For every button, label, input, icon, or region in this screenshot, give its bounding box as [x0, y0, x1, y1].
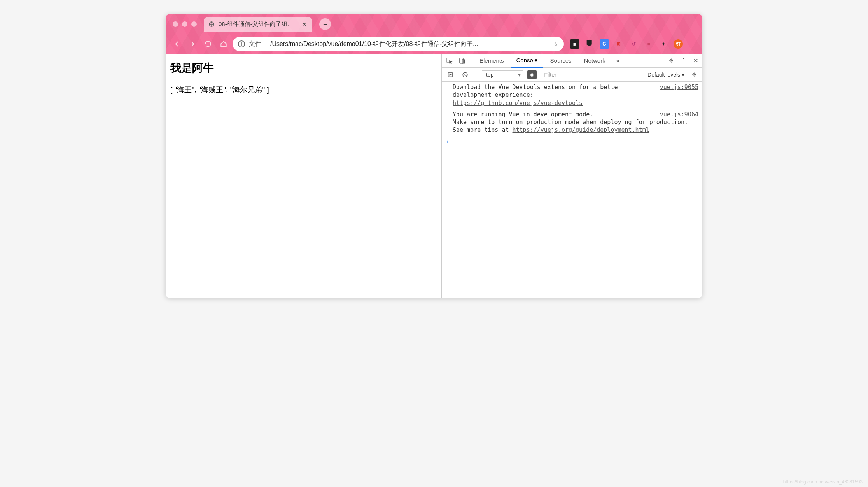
devtools-panel: Elements Console Sources Network » ⚙ ⋮ ✕… — [442, 54, 702, 298]
devtools-close-icon[interactable]: ✕ — [692, 56, 700, 66]
console-message: vue.js:9064 You are running Vue in devel… — [442, 109, 702, 136]
console-toolbar: top ◉ Default levels ▾ ⚙ — [442, 68, 702, 82]
history-extension-icon[interactable]: ↺ — [629, 39, 639, 49]
tab-strip: 08-组件通信-父组件向子组件传 ✕ ＋ — [166, 14, 702, 34]
page-heading: 我是阿牛 — [170, 61, 437, 75]
message-source[interactable]: vue.js:9064 — [660, 110, 698, 118]
close-tab-icon[interactable]: ✕ — [300, 21, 308, 28]
devtools-menu-icon[interactable]: ⋮ — [679, 56, 688, 66]
devtools-settings-icon[interactable]: ⚙ — [667, 56, 675, 66]
browser-chrome: 08-组件通信-父组件向子组件传 ✕ ＋ i 文件 /Users/mac/Des… — [166, 14, 702, 54]
console-message: vue.js:9055 Download the Vue Devtools ex… — [442, 82, 702, 109]
content-area: 我是阿牛 [ "海王", "海贼王", "海尔兄弟" ] Elements Co… — [166, 54, 702, 298]
tab-console[interactable]: Console — [511, 54, 543, 68]
extensions-area: ▦ ⛊ G ⛨ ↺ ■ ✦ 钉 ⋮ — [570, 39, 698, 49]
maximize-window-dot[interactable] — [191, 21, 197, 27]
message-text: Download the Vue Devtools extension for … — [453, 84, 621, 98]
extensions-menu-icon[interactable]: ✦ — [659, 39, 668, 49]
page-array-text: [ "海王", "海贼王", "海尔兄弟" ] — [170, 85, 437, 95]
message-link[interactable]: https://github.com/vuejs/vue-devtools — [453, 100, 583, 107]
device-toolbar-icon[interactable] — [457, 55, 467, 66]
reload-button[interactable] — [201, 37, 215, 51]
qr-extension-icon[interactable]: ▦ — [570, 39, 579, 49]
back-button[interactable] — [170, 37, 184, 51]
address-bar[interactable]: i 文件 /Users/mac/Desktop/vue/demo01/10-组件… — [233, 37, 564, 51]
live-expression-icon[interactable]: ◉ — [527, 70, 537, 79]
shield-extension-icon[interactable]: ⛨ — [614, 39, 624, 49]
tab-sources[interactable]: Sources — [545, 54, 577, 67]
inspect-element-icon[interactable] — [444, 55, 455, 66]
tab-network[interactable]: Network — [579, 54, 611, 67]
browser-window: 08-组件通信-父组件向子组件传 ✕ ＋ i 文件 /Users/mac/Des… — [166, 14, 702, 298]
pinned-extension-icon[interactable]: 钉 — [674, 39, 683, 49]
url-scheme-label: 文件 — [249, 40, 266, 48]
more-tabs-icon[interactable]: » — [612, 55, 623, 66]
nav-toolbar: i 文件 /Users/mac/Desktop/vue/demo01/10-组件… — [166, 34, 702, 54]
context-selector[interactable]: top — [482, 70, 523, 79]
browser-menu-icon[interactable]: ⋮ — [688, 39, 698, 49]
home-button[interactable] — [217, 37, 230, 51]
svg-rect-2 — [460, 58, 463, 63]
forward-button[interactable] — [186, 37, 199, 51]
globe-icon — [208, 21, 215, 27]
separator — [476, 71, 476, 79]
tab-elements[interactable]: Elements — [474, 54, 509, 67]
bookmark-star-icon[interactable]: ☆ — [553, 40, 558, 48]
translate-extension-icon[interactable]: G — [600, 39, 609, 49]
ublock-extension-icon[interactable]: ⛊ — [585, 39, 594, 49]
separator — [471, 57, 471, 65]
close-window-dot[interactable] — [173, 21, 178, 27]
message-link[interactable]: https://vuejs.org/guide/deployment.html — [513, 126, 649, 133]
message-source[interactable]: vue.js:9055 — [660, 83, 698, 91]
new-tab-button[interactable]: ＋ — [319, 18, 331, 30]
clear-console-icon[interactable] — [460, 69, 471, 80]
stop-extension-icon[interactable]: ■ — [644, 39, 653, 49]
console-settings-icon[interactable]: ⚙ — [688, 69, 699, 80]
log-levels-selector[interactable]: Default levels ▾ — [648, 72, 684, 78]
devtools-tab-bar: Elements Console Sources Network » ⚙ ⋮ ✕ — [442, 54, 702, 68]
console-play-icon[interactable] — [445, 69, 456, 80]
console-log[interactable]: vue.js:9055 Download the Vue Devtools ex… — [442, 82, 702, 298]
info-icon[interactable]: i — [238, 40, 245, 47]
minimize-window-dot[interactable] — [182, 21, 187, 27]
rendered-page: 我是阿牛 [ "海王", "海贼王", "海尔兄弟" ] — [166, 54, 442, 298]
tab-title: 08-组件通信-父组件向子组件传 — [219, 21, 296, 28]
url-path: /Users/mac/Desktop/vue/demo01/10-组件化开发/0… — [270, 40, 549, 48]
console-filter-input[interactable] — [541, 70, 591, 79]
console-prompt[interactable]: › — [442, 136, 702, 147]
window-controls — [173, 21, 197, 27]
browser-tab[interactable]: 08-组件通信-父组件向子组件传 ✕ — [204, 17, 312, 32]
